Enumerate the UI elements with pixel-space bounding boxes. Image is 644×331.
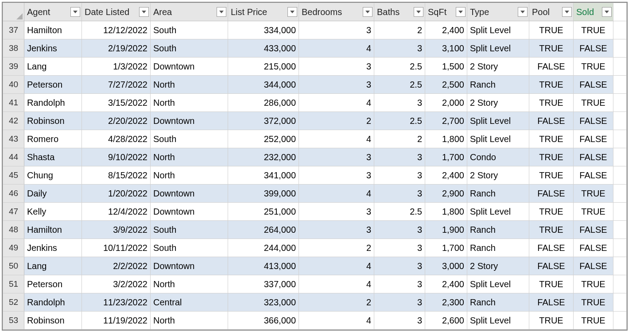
cell-pool[interactable]: TRUE [529, 275, 574, 293]
cell-bed[interactable]: 4 [299, 312, 374, 330]
cell-date[interactable]: 3/2/2022 [82, 275, 151, 293]
cell-bath[interactable]: 2 [374, 21, 425, 39]
cell-sold[interactable]: TRUE [574, 312, 613, 330]
cell-sold[interactable]: TRUE [574, 203, 613, 221]
cell-price[interactable]: 334,000 [228, 21, 299, 39]
cell-sqft[interactable]: 3,000 [425, 257, 467, 275]
cell-bath[interactable]: 3 [374, 257, 425, 275]
cell-pool[interactable]: FALSE [529, 185, 574, 203]
cell-bed[interactable]: 4 [299, 94, 374, 112]
empty-cell[interactable] [613, 21, 627, 39]
cell-sqft[interactable]: 2,300 [425, 293, 467, 312]
cell-area[interactable]: Downtown [151, 203, 228, 221]
cell-type[interactable]: Ranch [467, 185, 529, 203]
row-header[interactable]: 41 [3, 94, 24, 112]
column-header-agent[interactable]: Agent [24, 3, 82, 21]
cell-type[interactable]: Ranch [467, 293, 529, 312]
filter-dropdown-icon[interactable] [518, 7, 528, 17]
cell-agent[interactable]: Peterson [24, 76, 82, 94]
cell-sqft[interactable]: 1,700 [425, 148, 467, 166]
cell-date[interactable]: 2/19/2022 [82, 39, 151, 58]
column-header-sqft[interactable]: SqFt [425, 3, 467, 21]
cell-sold[interactable]: FALSE [574, 148, 613, 166]
cell-pool[interactable]: FALSE [529, 239, 574, 257]
empty-cell[interactable] [613, 312, 627, 330]
row-header[interactable]: 37 [3, 21, 24, 39]
cell-type[interactable]: Split Level [467, 203, 529, 221]
cell-price[interactable]: 286,000 [228, 94, 299, 112]
cell-sqft[interactable]: 1,800 [425, 130, 467, 148]
cell-bath[interactable]: 3 [374, 312, 425, 330]
filter-dropdown-icon[interactable] [217, 7, 226, 17]
cell-area[interactable]: Central [151, 293, 228, 312]
cell-bed[interactable]: 4 [299, 185, 374, 203]
filter-dropdown-icon[interactable] [562, 7, 572, 17]
cell-bath[interactable]: 3 [374, 239, 425, 257]
cell-agent[interactable]: Hamilton [24, 221, 82, 239]
cell-sold[interactable]: FALSE [574, 221, 613, 239]
cell-bath[interactable]: 3 [374, 185, 425, 203]
cell-bath[interactable]: 3 [374, 275, 425, 293]
empty-cell[interactable] [613, 239, 627, 257]
cell-sold[interactable]: TRUE [574, 275, 613, 293]
cell-type[interactable]: 2 Story [467, 58, 529, 76]
filter-dropdown-icon[interactable] [456, 7, 466, 17]
cell-agent[interactable]: Randolph [24, 293, 82, 312]
cell-price[interactable]: 264,000 [228, 221, 299, 239]
cell-bed[interactable]: 4 [299, 257, 374, 275]
cell-agent[interactable]: Robinson [24, 112, 82, 130]
row-header[interactable]: 38 [3, 39, 24, 58]
cell-pool[interactable]: TRUE [529, 94, 574, 112]
cell-date[interactable]: 11/23/2022 [82, 293, 151, 312]
cell-area[interactable]: North [151, 166, 228, 185]
column-header-bath[interactable]: Baths [374, 3, 425, 21]
cell-sqft[interactable]: 2,400 [425, 21, 467, 39]
cell-date[interactable]: 8/15/2022 [82, 166, 151, 185]
cell-area[interactable]: South [151, 221, 228, 239]
cell-sqft[interactable]: 2,500 [425, 76, 467, 94]
cell-area[interactable]: North [151, 275, 228, 293]
row-header[interactable]: 42 [3, 112, 24, 130]
cell-date[interactable]: 2/2/2022 [82, 257, 151, 275]
column-header-bed[interactable]: Bedrooms [299, 3, 374, 21]
row-header[interactable]: 50 [3, 257, 24, 275]
cell-agent[interactable]: Lang [24, 257, 82, 275]
cell-date[interactable]: 12/4/2022 [82, 203, 151, 221]
cell-bath[interactable]: 3 [374, 221, 425, 239]
cell-sold[interactable]: FALSE [574, 166, 613, 185]
cell-bath[interactable]: 2.5 [374, 76, 425, 94]
cell-date[interactable]: 12/12/2022 [82, 21, 151, 39]
cell-sold[interactable]: FALSE [574, 39, 613, 58]
cell-price[interactable]: 232,000 [228, 148, 299, 166]
cell-bed[interactable]: 4 [299, 130, 374, 148]
cell-pool[interactable]: FALSE [529, 112, 574, 130]
empty-cell[interactable] [613, 76, 627, 94]
cell-sold[interactable]: TRUE [574, 185, 613, 203]
cell-date[interactable]: 10/11/2022 [82, 239, 151, 257]
cell-sqft[interactable]: 1,800 [425, 203, 467, 221]
cell-area[interactable]: Downtown [151, 58, 228, 76]
cell-bed[interactable]: 3 [299, 166, 374, 185]
empty-cell[interactable] [613, 221, 627, 239]
empty-cell[interactable] [613, 39, 627, 58]
cell-bath[interactable]: 2.5 [374, 58, 425, 76]
cell-area[interactable]: Downtown [151, 257, 228, 275]
cell-pool[interactable]: TRUE [529, 221, 574, 239]
cell-agent[interactable]: Robinson [24, 312, 82, 330]
cell-bath[interactable]: 3 [374, 293, 425, 312]
cell-area[interactable]: South [151, 130, 228, 148]
column-header-sold[interactable]: Sold [574, 3, 613, 21]
cell-type[interactable]: 2 Story [467, 94, 529, 112]
cell-bed[interactable]: 3 [299, 203, 374, 221]
cell-agent[interactable]: Jenkins [24, 239, 82, 257]
cell-agent[interactable]: Lang [24, 58, 82, 76]
cell-type[interactable]: Ranch [467, 239, 529, 257]
cell-bed[interactable]: 2 [299, 293, 374, 312]
empty-cell[interactable] [613, 130, 627, 148]
cell-agent[interactable]: Chung [24, 166, 82, 185]
cell-price[interactable]: 244,000 [228, 239, 299, 257]
cell-date[interactable]: 4/28/2022 [82, 130, 151, 148]
cell-price[interactable]: 372,000 [228, 112, 299, 130]
cell-date[interactable]: 1/3/2022 [82, 58, 151, 76]
cell-type[interactable]: 2 Story [467, 257, 529, 275]
